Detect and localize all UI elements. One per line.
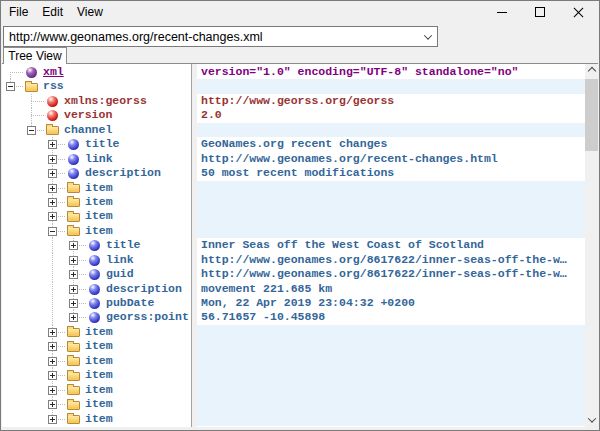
value-row: version="1.0" encoding="UTF-8" standalon… (197, 65, 585, 79)
tree-node-label[interactable]: item (85, 383, 113, 397)
tree-row-item[interactable]: item (2, 195, 191, 209)
expander-plus-icon[interactable] (48, 400, 57, 409)
tree-row-title[interactable]: title (2, 238, 191, 252)
menu-view[interactable]: View (70, 1, 110, 23)
expander-plus-icon[interactable] (48, 140, 57, 149)
element-icon (68, 154, 79, 165)
tree-node-label[interactable]: item (85, 181, 113, 195)
address-input[interactable] (4, 28, 418, 45)
maximize-button[interactable] (521, 1, 559, 23)
tree-row-item[interactable]: item (2, 181, 191, 195)
expander-plus-icon[interactable] (48, 342, 57, 351)
combobox-dropdown-button[interactable] (418, 27, 437, 46)
tree-row-guid[interactable]: guid (2, 267, 191, 281)
minimize-icon (497, 12, 507, 13)
expander-plus-icon[interactable] (69, 241, 78, 250)
tree-row-xml[interactable]: xml (2, 65, 191, 79)
tree-row-item[interactable]: item (2, 339, 191, 353)
expander-plus-icon[interactable] (69, 299, 78, 308)
vertical-scrollbar[interactable] (585, 64, 598, 427)
expander-minus-icon[interactable] (27, 126, 36, 135)
expander-plus-icon[interactable] (48, 357, 57, 366)
tree-node-label[interactable]: item (85, 195, 113, 209)
tree-node-label[interactable]: xmlns:georss (64, 94, 147, 108)
tree-row-title[interactable]: title (2, 137, 191, 151)
element-icon (89, 284, 100, 295)
tree-row-rss[interactable]: rss (2, 79, 191, 93)
tree-row-item[interactable]: item (2, 412, 191, 426)
tree-node-label[interactable]: channel (64, 123, 112, 137)
tree-node-label[interactable]: item (85, 325, 113, 339)
node-value-text: movement 221.685 km (197, 282, 585, 296)
tree-node-label[interactable]: title (85, 137, 120, 151)
tree-node-label[interactable]: item (85, 354, 113, 368)
expander-plus-icon[interactable] (69, 270, 78, 279)
expander-plus-icon[interactable] (48, 415, 57, 424)
tree-node-label[interactable]: georss:point (106, 310, 189, 324)
expander-plus-icon[interactable] (69, 256, 78, 265)
tree-node-label[interactable]: item (85, 397, 113, 411)
tree-node-label[interactable]: title (106, 238, 141, 252)
scrollbar-thumb[interactable] (585, 79, 598, 151)
menu-edit[interactable]: Edit (35, 1, 70, 23)
value-row (197, 354, 585, 368)
value-row: 2.0 (197, 108, 585, 122)
expander-plus-icon[interactable] (48, 371, 57, 380)
tree-node-label[interactable]: description (85, 166, 161, 180)
tree-node-label[interactable]: pubDate (106, 296, 154, 310)
expander-plus-icon[interactable] (48, 155, 57, 164)
expander-plus-icon[interactable] (48, 328, 57, 337)
element-icon (89, 298, 100, 309)
expander-plus-icon[interactable] (48, 198, 57, 207)
expander-minus-icon[interactable] (6, 82, 15, 91)
tree-node-label[interactable]: item (85, 339, 113, 353)
tree-node-label[interactable]: guid (106, 267, 134, 281)
tree-row-item[interactable]: item (2, 209, 191, 223)
window-controls (483, 1, 597, 23)
tree-node-label[interactable]: item (85, 209, 113, 223)
tree-row-item[interactable]: item (2, 397, 191, 411)
menu-file[interactable]: File (2, 1, 35, 23)
expander-plus-icon[interactable] (48, 212, 57, 221)
scrollbar-down-button[interactable] (585, 413, 598, 427)
value-row (197, 383, 585, 397)
tree-row-description[interactable]: description (2, 166, 191, 180)
tree-row-xmlns:georss[interactable]: xmlns:georss (2, 94, 191, 108)
tree-node-label[interactable]: link (85, 152, 113, 166)
tree-row-link[interactable]: link (2, 253, 191, 267)
tree-row-item[interactable]: item (2, 224, 191, 238)
tree-row-georss:point[interactable]: georss:point (2, 310, 191, 324)
tree-node-label[interactable]: version (64, 108, 112, 122)
tree-row-item[interactable]: item (2, 325, 191, 339)
node-value-text: 50 most recent modifications (197, 166, 585, 180)
tab-tree-view[interactable]: Tree View (3, 47, 67, 64)
expander-plus-icon[interactable] (69, 313, 78, 322)
expander-minus-icon[interactable] (48, 227, 57, 236)
tree-row-item[interactable]: item (2, 354, 191, 368)
tree-row-item[interactable]: item (2, 368, 191, 382)
tree-node-label[interactable]: item (85, 412, 113, 426)
expander-plus-icon[interactable] (48, 169, 57, 178)
tree-row-channel[interactable]: channel (2, 123, 191, 137)
folder-icon (67, 386, 80, 395)
tree-node-label[interactable]: item (85, 224, 113, 238)
expander-plus-icon[interactable] (69, 285, 78, 294)
minimize-button[interactable] (483, 1, 521, 23)
expander-plus-icon[interactable] (48, 184, 57, 193)
tree-row-pubDate[interactable]: pubDate (2, 296, 191, 310)
tree-node-label[interactable]: link (106, 253, 134, 267)
tree-row-version[interactable]: version (2, 108, 191, 122)
tree-row-link[interactable]: link (2, 152, 191, 166)
node-value-text: 2.0 (197, 108, 585, 122)
close-button[interactable] (559, 1, 597, 23)
tree-row-description[interactable]: description (2, 282, 191, 296)
tree-row-item[interactable]: item (2, 383, 191, 397)
tree-node-label[interactable]: rss (43, 79, 64, 93)
value-row (197, 397, 585, 411)
expander-plus-icon[interactable] (48, 386, 57, 395)
tree-node-label[interactable]: item (85, 368, 113, 382)
scrollbar-up-button[interactable] (585, 64, 598, 78)
value-row: movement 221.685 km (197, 282, 585, 296)
tree-node-label[interactable]: description (106, 282, 182, 296)
tree-node-label[interactable]: xml (43, 65, 64, 79)
